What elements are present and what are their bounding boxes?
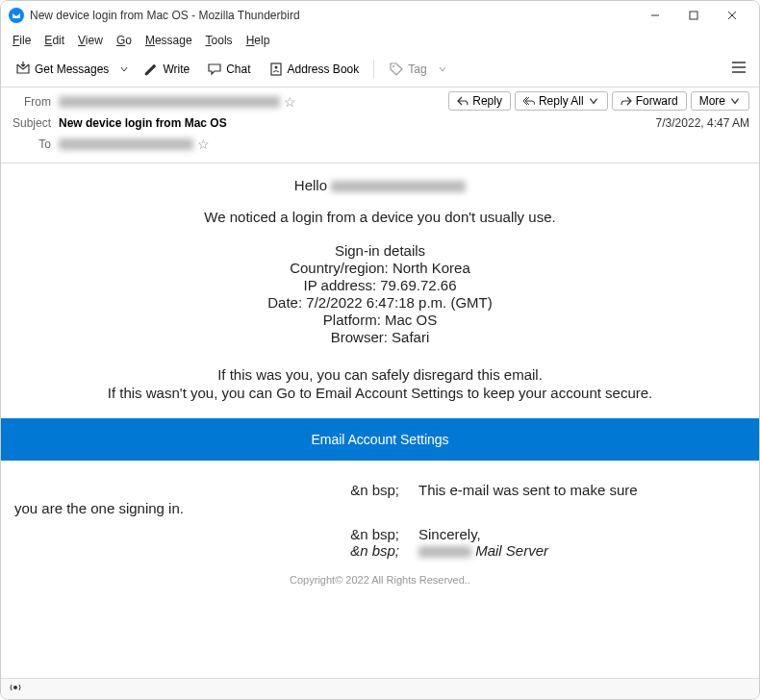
from-label: From xyxy=(11,95,59,109)
email-copyright: Copyright© 2022 All Rights Reserved.. xyxy=(14,574,746,586)
menubar: File Edit View Go Message Tools Help xyxy=(1,30,759,51)
email-notice: We noticed a login from a device you don… xyxy=(14,209,746,225)
maximize-button[interactable] xyxy=(674,2,713,29)
write-button[interactable]: Write xyxy=(137,57,196,82)
email-nbsp: &n bsp; xyxy=(14,526,418,542)
to-label: To xyxy=(11,138,59,151)
email-date: Date: 7/2/2022 6:47:18 p.m. (GMT) xyxy=(14,294,746,311)
svg-point-5 xyxy=(274,65,277,68)
toolbar-separator xyxy=(373,60,374,79)
message-date: 7/3/2022, 4:47 AM xyxy=(656,116,749,130)
menu-edit[interactable]: Edit xyxy=(38,32,70,49)
window-titlebar: New device login from Mac OS - Mozilla T… xyxy=(1,1,759,30)
to-value-redacted xyxy=(59,138,193,150)
email-footer-1b: you are the one signing in. xyxy=(14,500,746,516)
svg-point-10 xyxy=(13,686,17,689)
download-icon xyxy=(15,62,31,77)
menu-go[interactable]: Go xyxy=(111,32,138,49)
email-footer-1: This e-mail was sent to make sure xyxy=(418,482,746,498)
email-ip: IP address: 79.69.72.66 xyxy=(14,277,746,293)
write-label: Write xyxy=(163,62,190,76)
email-body: Hello We noticed a login from a device y… xyxy=(1,163,759,700)
app-menu-button[interactable] xyxy=(726,55,751,83)
svg-rect-4 xyxy=(271,63,281,75)
from-value-redacted xyxy=(59,96,280,108)
tag-icon xyxy=(389,62,404,77)
email-server-redacted xyxy=(418,546,471,558)
svg-point-6 xyxy=(393,65,394,67)
email-browser: Browser: Safari xyxy=(14,329,746,345)
menu-file[interactable]: File xyxy=(7,32,37,49)
svg-rect-1 xyxy=(690,12,697,19)
reply-all-button[interactable]: Reply All xyxy=(515,91,608,111)
forward-button[interactable]: Forward xyxy=(612,91,687,111)
email-nbsp: &n bsp; xyxy=(14,482,418,498)
reply-button[interactable]: Reply xyxy=(448,91,511,111)
chat-button[interactable]: Chat xyxy=(200,57,257,82)
pencil-icon xyxy=(143,62,159,77)
address-book-button[interactable]: Address Book xyxy=(262,57,367,82)
tag-button[interactable]: Tag xyxy=(382,57,433,82)
menu-view[interactable]: View xyxy=(72,32,109,49)
more-button[interactable]: More xyxy=(691,91,749,111)
toolbar: Get Messages Write Chat Address Book Tag xyxy=(1,51,759,88)
star-to-icon[interactable]: ☆ xyxy=(197,137,210,152)
chevron-down-icon xyxy=(588,95,599,107)
reply-icon xyxy=(457,95,469,107)
email-safe: If this was you, you can safely disregar… xyxy=(14,366,746,383)
address-book-label: Address Book xyxy=(288,62,360,76)
get-messages-dropdown[interactable] xyxy=(115,64,133,74)
email-recipient-redacted xyxy=(331,181,466,192)
email-mailserver: Mail Server xyxy=(475,542,548,559)
email-not-safe: If this wasn't you, you can Go to Email … xyxy=(14,385,746,401)
email-platform: Platform: Mac OS xyxy=(14,312,746,328)
menu-message[interactable]: Message xyxy=(139,32,198,49)
email-nbsp: &n bsp; xyxy=(14,542,418,559)
email-hello: Hello xyxy=(294,177,327,193)
chat-label: Chat xyxy=(226,62,250,76)
close-button[interactable] xyxy=(713,2,751,29)
subject-label: Subject xyxy=(11,116,59,130)
reply-all-icon xyxy=(523,95,535,107)
get-messages-label: Get Messages xyxy=(35,62,109,76)
thunderbird-icon xyxy=(9,8,24,23)
star-from-icon[interactable]: ☆ xyxy=(284,94,296,110)
window-title: New device login from Mac OS - Mozilla T… xyxy=(30,9,636,22)
menu-help[interactable]: Help xyxy=(241,32,276,49)
chevron-down-icon xyxy=(729,95,741,107)
connection-icon[interactable] xyxy=(9,681,22,697)
get-messages-button[interactable]: Get Messages xyxy=(9,57,115,82)
email-details-title: Sign-in details xyxy=(14,242,746,259)
subject-value: New device login from Mac OS xyxy=(59,116,227,130)
minimize-button[interactable] xyxy=(636,2,674,29)
email-sincerely: Sincerely, xyxy=(418,526,746,542)
email-account-settings-button[interactable]: Email Account Settings xyxy=(1,418,759,461)
forward-icon xyxy=(621,95,632,107)
tag-label: Tag xyxy=(408,62,426,76)
hamburger-icon xyxy=(730,59,747,76)
address-book-icon xyxy=(268,62,284,77)
chat-icon xyxy=(207,62,222,77)
email-country: Country/region: North Korea xyxy=(14,260,746,276)
menu-tools[interactable]: Tools xyxy=(200,32,239,49)
status-bar xyxy=(1,678,759,699)
tag-dropdown[interactable] xyxy=(434,64,451,74)
message-headers: From ☆ Subject New device login from Mac… xyxy=(1,88,759,163)
